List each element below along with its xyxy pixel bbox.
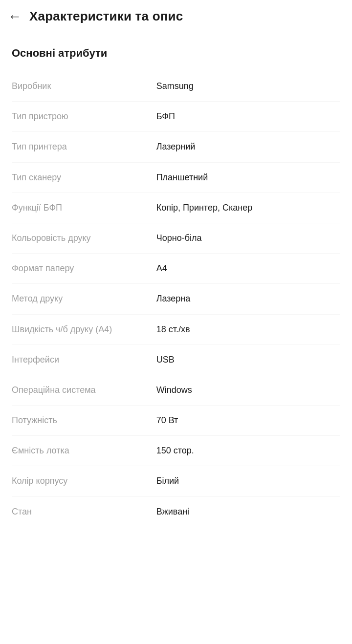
attribute-label: Інтерфейси: [12, 354, 156, 366]
attribute-label: Швидкість ч/б друку (А4): [12, 323, 156, 336]
table-row: Кольоровість друкуЧорно-біла: [12, 223, 340, 254]
table-row: Швидкість ч/б друку (А4)18 ст./хв: [12, 315, 340, 345]
attribute-value: Windows: [156, 384, 340, 396]
table-row: ВиробникSamsung: [12, 71, 340, 102]
attribute-label: Метод друку: [12, 293, 156, 305]
attribute-label: Кольоровість друку: [12, 232, 156, 244]
page-title: Характеристики та опис: [29, 9, 183, 24]
attribute-label: Тип принтера: [12, 141, 156, 153]
attribute-value: Планшетний: [156, 172, 340, 184]
section-title: Основні атрибути: [12, 47, 340, 60]
attribute-label: Стан: [12, 506, 156, 518]
attribute-value: USB: [156, 354, 340, 366]
attribute-label: Виробник: [12, 80, 156, 92]
attribute-label: Операційна система: [12, 384, 156, 396]
table-row: Тип сканеруПланшетний: [12, 163, 340, 193]
attribute-value: 18 ст./хв: [156, 323, 340, 336]
attribute-value: 150 стор.: [156, 445, 340, 457]
attribute-label: Колір корпусу: [12, 475, 156, 487]
attribute-label: Формат паперу: [12, 262, 156, 275]
table-row: Ємність лотка150 стор.: [12, 436, 340, 466]
table-row: Метод друкуЛазерна: [12, 284, 340, 314]
attribute-value: Samsung: [156, 80, 340, 92]
attribute-label: Потужність: [12, 414, 156, 427]
table-row: Колір корпусуБілий: [12, 466, 340, 496]
attributes-table: ВиробникSamsungТип пристроюБФПТип принте…: [12, 71, 340, 527]
table-row: Тип пристроюБФП: [12, 102, 340, 132]
attribute-value: Білий: [156, 475, 340, 487]
back-button[interactable]: ←: [8, 10, 22, 23]
attribute-value: Копір, Принтер, Сканер: [156, 202, 340, 214]
attribute-label: Функції БФП: [12, 202, 156, 214]
attribute-label: Тип сканеру: [12, 172, 156, 184]
table-row: Функції БФПКопір, Принтер, Сканер: [12, 193, 340, 223]
attribute-value: Лазерна: [156, 293, 340, 305]
attribute-value: Вживані: [156, 506, 340, 518]
table-row: Операційна системаWindows: [12, 375, 340, 406]
attribute-label: Ємність лотка: [12, 445, 156, 457]
attribute-value: А4: [156, 262, 340, 275]
page-header: ← Характеристики та опис: [0, 0, 352, 33]
attribute-value: 70 Вт: [156, 414, 340, 427]
attribute-value: Лазерний: [156, 141, 340, 153]
attribute-value: Чорно-біла: [156, 232, 340, 244]
table-row: Потужність70 Вт: [12, 406, 340, 436]
attribute-label: Тип пристрою: [12, 110, 156, 123]
table-row: Формат паперуА4: [12, 254, 340, 284]
attribute-value: БФП: [156, 110, 340, 123]
table-row: Тип принтераЛазерний: [12, 132, 340, 162]
table-row: ІнтерфейсиUSB: [12, 345, 340, 375]
table-row: СтанВживані: [12, 497, 340, 527]
main-content: Основні атрибути ВиробникSamsungТип прис…: [0, 33, 352, 546]
